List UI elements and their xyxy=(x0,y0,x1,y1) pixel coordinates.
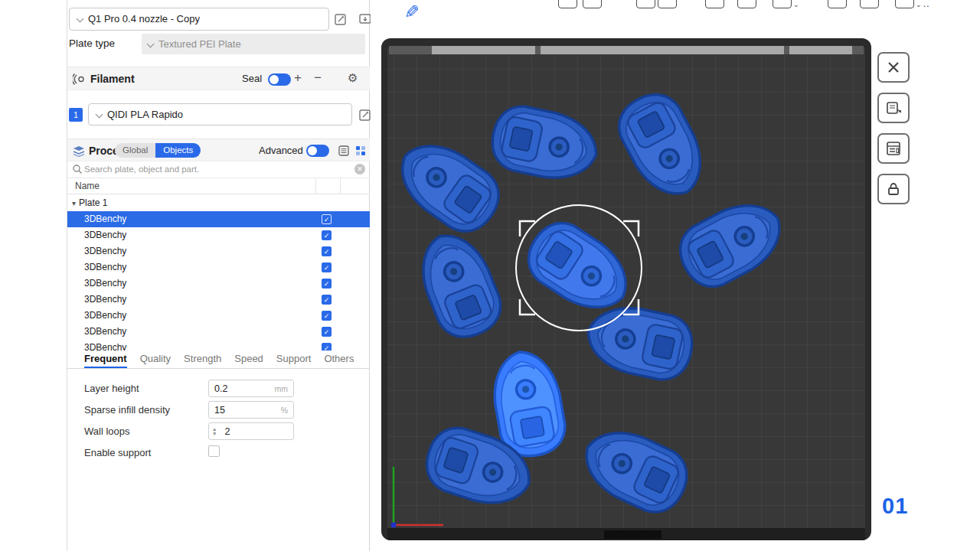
layer-height-input[interactable]: 0.2mm xyxy=(208,380,294,397)
seal-toggle[interactable] xyxy=(268,73,291,86)
tree-row-3dbenchy[interactable]: 3DBenchy✓ xyxy=(67,276,370,292)
object-label: 3DBenchy xyxy=(67,342,126,350)
filament-slot-number[interactable]: 1 xyxy=(69,108,83,122)
advanced-label: Advanced xyxy=(259,145,303,156)
printer-row: Q1 Pro 0.4 nozzle - Copy xyxy=(69,8,369,31)
add-filament-button[interactable]: + xyxy=(294,70,302,86)
search-input[interactable] xyxy=(84,161,351,177)
object-tree: ▾Plate 1 3DBenchy✓3DBenchy✓3DBenchy✓3DBe… xyxy=(67,194,370,350)
object-list-header: Name xyxy=(67,178,370,194)
search-row: ✕ xyxy=(67,161,370,178)
param-label: Sparse infill density xyxy=(84,404,170,416)
param-table-icon[interactable] xyxy=(338,145,350,160)
auto-orient-button[interactable] xyxy=(877,93,910,123)
tree-row-3dbenchy[interactable]: 3DBenchy✓ xyxy=(67,324,370,340)
param-value: 0.2 xyxy=(209,383,275,394)
object-tree-body: 3DBenchy✓3DBenchy✓3DBenchy✓3DBenchy✓3DBe… xyxy=(67,211,370,350)
tree-row-3dbenchy[interactable]: 3DBenchy✓ xyxy=(67,308,370,324)
wall-loops-input[interactable]: ▲▼2 xyxy=(208,422,294,440)
param-unit: % xyxy=(281,406,293,415)
sparse-infill-density-input[interactable]: 15% xyxy=(208,401,294,419)
tree-row-3dbenchy[interactable]: 3DBenchy✓ xyxy=(67,211,370,227)
param-row-enable-support: Enable support xyxy=(67,442,370,464)
filament-slot-row: 1 QIDI PLA Rapido xyxy=(69,103,369,126)
object-visibility-checkbox[interactable]: ✓ xyxy=(322,262,332,272)
plate-type-value: Textured PEI Plate xyxy=(158,38,241,50)
filament-title: Filament xyxy=(90,73,135,85)
param-label: Wall loops xyxy=(84,425,129,437)
tree-row-3dbenchy[interactable]: 3DBenchy✓ xyxy=(67,243,370,259)
plate-type-select[interactable]: Textured PEI Plate xyxy=(142,34,365,54)
param-value: 15 xyxy=(209,405,281,416)
close-button[interactable] xyxy=(877,52,910,83)
tree-row-3dbenchy[interactable]: 3DBenchy✓ xyxy=(67,259,370,276)
param-row-sparse-infill-density: Sparse infill density15% xyxy=(67,399,370,421)
printer-name: Q1 Pro 0.4 nozzle - Copy xyxy=(88,13,200,24)
tree-row-3dbenchy[interactable]: 3DBenchy✓ xyxy=(67,340,370,350)
remove-filament-button[interactable]: − xyxy=(314,70,322,86)
tree-plate-item[interactable]: ▾Plate 1 xyxy=(67,194,370,211)
filament-icon xyxy=(73,73,86,89)
object-label: 3DBenchy xyxy=(67,310,126,321)
tab-quality[interactable]: Quality xyxy=(140,350,171,368)
param-list: Layer height0.2mmSparse infill density15… xyxy=(67,378,370,464)
scope-global-button[interactable]: Global xyxy=(115,143,155,158)
plate-item-label: Plate 1 xyxy=(79,197,107,208)
viewport-right-toolbar xyxy=(877,52,910,204)
origin-indicator xyxy=(391,523,397,528)
collapsed-rail xyxy=(0,0,67,551)
plate-number-label[interactable]: 01 xyxy=(882,494,908,519)
tab-strength[interactable]: Strength xyxy=(184,350,221,368)
spinner-arrows-icon[interactable]: ▲▼ xyxy=(209,427,219,435)
left-sidebar: Q1 Pro 0.4 nozzle - Copy Plate type Text… xyxy=(0,0,370,551)
object-visibility-checkbox[interactable]: ✓ xyxy=(322,214,332,224)
process-header: Process Global Objects Advanced xyxy=(67,139,370,161)
object-label: 3DBenchy xyxy=(67,214,126,224)
process-scope-switch: Global Objects xyxy=(115,143,201,158)
tab-frequent[interactable]: Frequent xyxy=(84,350,127,368)
chevron-down-icon xyxy=(77,15,84,23)
param-value: 2 xyxy=(219,426,293,437)
advanced-toggle[interactable] xyxy=(306,145,329,157)
object-label: 3DBenchy xyxy=(67,246,126,256)
edit-printer-icon[interactable] xyxy=(334,12,348,26)
object-visibility-checkbox[interactable]: ✓ xyxy=(322,311,332,321)
printer-select[interactable]: Q1 Pro 0.4 nozzle - Copy xyxy=(69,8,329,31)
object-visibility-checkbox[interactable]: ✓ xyxy=(322,279,332,289)
filament-select[interactable]: QIDI PLA Rapido xyxy=(88,103,352,126)
object-label: 3DBenchy xyxy=(67,278,126,289)
display-settings-icon[interactable] xyxy=(354,145,367,160)
tab-others[interactable]: Others xyxy=(324,350,354,368)
object-visibility-checkbox[interactable]: ✓ xyxy=(322,230,332,240)
object-visibility-checkbox[interactable]: ✓ xyxy=(322,343,332,350)
object-visibility-checkbox[interactable]: ✓ xyxy=(322,327,332,337)
param-row-wall-loops: Wall loops▲▼2 xyxy=(67,421,370,442)
object-visibility-checkbox[interactable]: ✓ xyxy=(322,295,332,305)
clear-search-icon[interactable]: ✕ xyxy=(354,164,365,174)
filament-header: Filament Seal + − ⚙ xyxy=(67,67,370,90)
object-label: 3DBenchy xyxy=(67,230,126,240)
viewport[interactable]: ✎ ⌄⌄.. xyxy=(371,0,980,551)
tab-speed[interactable]: Speed xyxy=(234,350,263,368)
param-row-layer-height: Layer height0.2mm xyxy=(67,378,370,399)
filament-settings-gear-icon[interactable]: ⚙ xyxy=(348,70,358,86)
enable-support-checkbox[interactable] xyxy=(208,445,220,457)
tab-support[interactable]: Support xyxy=(276,350,312,368)
param-label: Layer height xyxy=(84,383,139,394)
name-column-header: Name xyxy=(75,181,100,191)
filament-name: QIDI PLA Rapido xyxy=(107,109,183,120)
object-label: 3DBenchy xyxy=(67,262,126,272)
sidebar-content: Q1 Pro 0.4 nozzle - Copy Plate type Text… xyxy=(67,0,370,551)
param-unit: mm xyxy=(275,384,294,393)
search-icon xyxy=(72,164,83,178)
arrange-layout-button[interactable] xyxy=(877,133,910,164)
tree-row-3dbenchy[interactable]: 3DBenchy✓ xyxy=(67,227,370,243)
param-label: Enable support xyxy=(84,447,151,458)
scope-objects-button[interactable]: Objects xyxy=(155,143,201,158)
tree-collapse-icon[interactable]: ▾ xyxy=(72,199,76,207)
plate-type-row: Plate type Textured PEI Plate xyxy=(69,34,369,54)
settings-tabs: FrequentQualityStrengthSpeedSupportOther… xyxy=(67,350,370,369)
lock-button[interactable] xyxy=(877,174,910,204)
tree-row-3dbenchy[interactable]: 3DBenchy✓ xyxy=(67,292,370,308)
object-visibility-checkbox[interactable]: ✓ xyxy=(322,246,332,256)
